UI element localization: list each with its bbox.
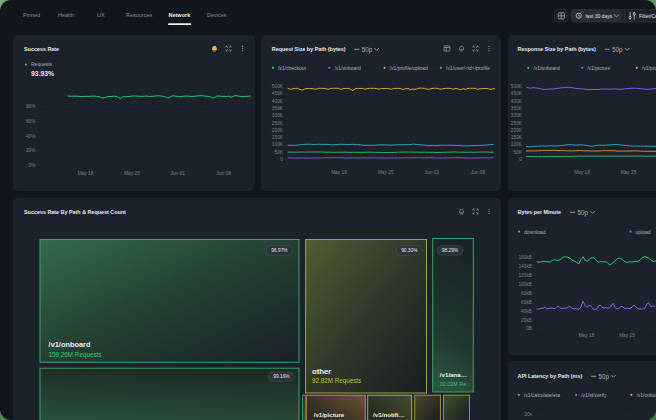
svg-text:100K: 100K bbox=[511, 142, 523, 147]
svg-text:300K: 300K bbox=[511, 113, 523, 118]
svg-text:May 25: May 25 bbox=[378, 170, 394, 175]
svg-text:400K: 400K bbox=[511, 99, 523, 104]
svg-text:159.26M Requests: 159.26M Requests bbox=[49, 351, 102, 359]
svg-text:May 18: May 18 bbox=[574, 170, 590, 175]
svg-text:/v1/picture: /v1/picture bbox=[314, 411, 345, 418]
svg-text:Jun 01: Jun 01 bbox=[425, 170, 440, 175]
svg-text:50K: 50K bbox=[513, 150, 522, 155]
svg-text:93.93%: 93.93% bbox=[31, 70, 54, 77]
svg-text:150K: 150K bbox=[272, 135, 284, 140]
svg-text:96.97%: 96.97% bbox=[271, 248, 288, 253]
svg-text:150K: 150K bbox=[511, 135, 523, 140]
svg-text:160kB: 160kB bbox=[518, 255, 532, 260]
svg-text:Response Size by Path (bytes): Response Size by Path (bytes) bbox=[518, 46, 596, 52]
svg-text:40%: 40% bbox=[26, 134, 36, 139]
svg-text:50K: 50K bbox=[274, 150, 283, 155]
svg-text:20s: 20s bbox=[524, 412, 532, 417]
svg-text:API Latency by Path (ms): API Latency by Path (ms) bbox=[518, 373, 583, 379]
svg-text:100kB: 100kB bbox=[518, 282, 532, 287]
svg-text:May 25: May 25 bbox=[124, 171, 140, 176]
svg-text:/v1/user/<id>/profile: /v1/user/<id>/profile bbox=[446, 65, 490, 71]
svg-text:Success Rate: Success Rate bbox=[24, 46, 59, 52]
svg-text:May 25: May 25 bbox=[619, 333, 635, 338]
svg-text:/v1/onboard: /v1/onboard bbox=[636, 392, 656, 398]
svg-text:May 18: May 18 bbox=[331, 170, 347, 175]
svg-text:32.02M Re…: 32.02M Re… bbox=[440, 381, 472, 387]
svg-text:May 25: May 25 bbox=[621, 170, 637, 175]
svg-text:50p: 50p bbox=[599, 373, 610, 381]
svg-text:0%: 0% bbox=[29, 163, 37, 168]
svg-text:98.29%: 98.29% bbox=[442, 248, 459, 253]
svg-text:Filter/Co: Filter/Co bbox=[639, 13, 656, 19]
svg-text:Success Rate By Path & Request: Success Rate By Path & Request Count bbox=[24, 209, 126, 215]
svg-text:250K: 250K bbox=[511, 121, 523, 126]
svg-text:50p: 50p bbox=[578, 209, 589, 217]
svg-text:80kB: 80kB bbox=[521, 291, 532, 296]
svg-text:Bytes per Minute: Bytes per Minute bbox=[518, 209, 561, 215]
svg-text:200K: 200K bbox=[511, 128, 523, 133]
svg-text:350K: 350K bbox=[272, 106, 284, 111]
svg-text:Resources: Resources bbox=[126, 12, 153, 18]
svg-text:Request Size by Path (bytes): Request Size by Path (bytes) bbox=[272, 46, 346, 52]
svg-text:300K: 300K bbox=[272, 113, 284, 118]
svg-text:50p: 50p bbox=[612, 46, 623, 54]
svg-text:350K: 350K bbox=[511, 106, 523, 111]
svg-text:500K: 500K bbox=[511, 84, 523, 89]
svg-text:/v1/calculate/eta: /v1/calculate/eta bbox=[524, 392, 560, 398]
svg-text:/v1/checkout: /v1/checkout bbox=[278, 65, 307, 71]
svg-text:/v1/onboard: /v1/onboard bbox=[49, 340, 91, 349]
svg-text:99.16%: 99.16% bbox=[273, 374, 290, 379]
svg-text:200K: 200K bbox=[272, 128, 284, 133]
svg-text:60kB: 60kB bbox=[521, 300, 532, 305]
svg-text:upload: upload bbox=[636, 229, 651, 235]
svg-text:20%: 20% bbox=[26, 148, 36, 153]
svg-text:Network: Network bbox=[169, 12, 192, 18]
svg-text:90.30%: 90.30% bbox=[401, 248, 418, 253]
svg-text:Jun 08: Jun 08 bbox=[471, 170, 486, 175]
svg-text:UX: UX bbox=[97, 12, 105, 18]
svg-text:May 18: May 18 bbox=[579, 333, 595, 338]
svg-text:60%: 60% bbox=[26, 119, 36, 124]
svg-text:/v1/onboard: /v1/onboard bbox=[334, 65, 361, 71]
svg-text:500K: 500K bbox=[272, 84, 284, 89]
svg-text:400K: 400K bbox=[272, 99, 284, 104]
svg-text:May 18: May 18 bbox=[78, 171, 94, 176]
svg-text:0B: 0B bbox=[526, 326, 532, 331]
svg-text:Jun 01: Jun 01 bbox=[170, 171, 185, 176]
svg-text:20kB: 20kB bbox=[521, 318, 532, 323]
svg-text:/v1/picture: /v1/picture bbox=[587, 65, 610, 71]
svg-text:80%: 80% bbox=[26, 104, 36, 109]
svg-text:450K: 450K bbox=[272, 91, 284, 96]
svg-text:50p: 50p bbox=[362, 46, 373, 54]
svg-text:140kB: 140kB bbox=[518, 264, 532, 269]
svg-text:92.82M Requests: 92.82M Requests bbox=[312, 377, 361, 385]
svg-text:/v1/profile/upload: /v1/profile/upload bbox=[642, 65, 656, 71]
svg-text:250K: 250K bbox=[272, 121, 284, 126]
svg-text:/v1/ana…: /v1/ana… bbox=[440, 371, 467, 378]
svg-text:450K: 450K bbox=[511, 91, 523, 96]
svg-text:Devices: Devices bbox=[207, 12, 227, 18]
svg-text:/v1/profile/upload: /v1/profile/upload bbox=[390, 65, 428, 71]
svg-text:last 30 days: last 30 days bbox=[586, 13, 613, 19]
svg-text:/v1/id/verify: /v1/id/verify bbox=[581, 392, 607, 398]
svg-text:100K: 100K bbox=[272, 142, 284, 147]
svg-text:other: other bbox=[312, 367, 332, 376]
svg-text:/v1/notifi…: /v1/notifi… bbox=[373, 411, 405, 418]
svg-text:download: download bbox=[524, 229, 546, 235]
svg-text:0: 0 bbox=[280, 157, 283, 162]
svg-text:Jun 08: Jun 08 bbox=[216, 171, 231, 176]
svg-text:Pinned: Pinned bbox=[23, 12, 40, 18]
svg-text:/v1/onboard: /v1/onboard bbox=[533, 65, 560, 71]
svg-text:Health: Health bbox=[58, 12, 74, 18]
svg-text:120kB: 120kB bbox=[518, 273, 532, 278]
svg-text:Requests: Requests bbox=[31, 61, 53, 67]
svg-text:0: 0 bbox=[519, 157, 522, 162]
svg-text:40kB: 40kB bbox=[521, 309, 532, 314]
